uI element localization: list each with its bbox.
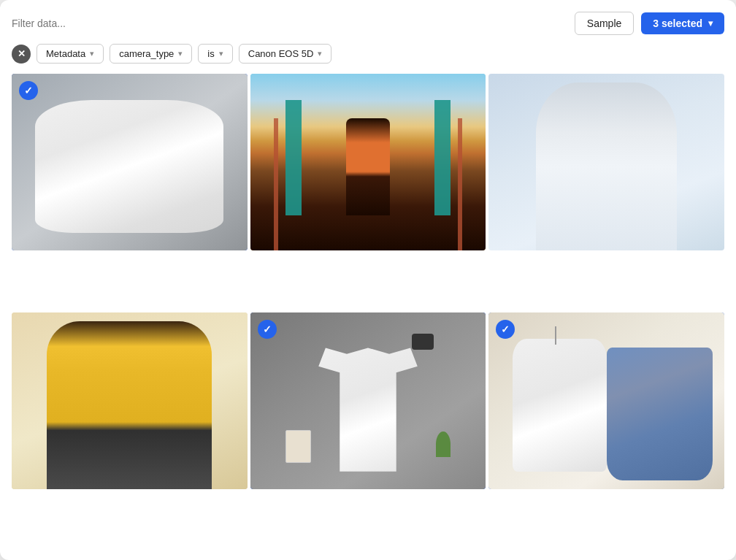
selection-check-1: ✓ [19,81,38,100]
chevron-down-icon: ▾ [219,49,223,58]
image-cell-6[interactable]: ✓ [488,312,724,489]
bridge-rail-left [274,118,278,250]
top-bar: Sample 3 selected ▾ [12,12,724,35]
image-cell-1[interactable]: ✓ [12,74,248,250]
chevron-down-icon: ▾ [708,18,713,28]
value-label: Canon EOS 5D [248,48,314,59]
camera-accessory [412,334,434,350]
selected-count-label: 3 selected [653,18,702,29]
image-cell-2[interactable] [250,74,486,250]
jeans-shape [607,348,713,480]
bridge-rail-right [458,118,462,250]
woman-yellow-figure [47,321,212,489]
filter-chip-camera-type[interactable]: camera_type ▾ [110,44,192,64]
filter-input[interactable] [12,18,158,29]
filter-chip-is[interactable]: is ▾ [198,44,232,64]
filter-chip-metadata[interactable]: Metadata ▾ [37,44,104,64]
bridge-column-left [285,100,302,215]
top-right-actions: Sample 3 selected ▾ [575,12,724,35]
sample-button[interactable]: Sample [575,12,634,35]
chevron-down-icon: ▾ [178,49,183,58]
plant-accessory [436,431,451,457]
selection-check-5: ✓ [258,320,277,339]
image-grid: ✓ [12,74,724,548]
is-label: is [207,48,214,59]
metadata-label: Metadata [46,48,85,59]
chevron-down-icon: ▾ [318,49,322,58]
filter-close-button[interactable]: ✕ [12,45,31,64]
check-icon: ✓ [501,323,510,335]
bridge-column-right [434,100,451,215]
image-garment-1 [35,100,223,233]
camera-type-label: camera_type [119,48,174,59]
app-container: Sample 3 selected ▾ ✕ Metadata ▾ camera_… [0,0,736,560]
filter-chip-value[interactable]: Canon EOS 5D ▾ [239,44,332,64]
magazine-accessory [285,430,311,463]
close-icon: ✕ [18,48,26,59]
chevron-down-icon: ▾ [90,49,94,58]
person-silhouette [346,118,390,215]
woman-white-figure [536,83,678,250]
hoodie-shape [513,339,607,472]
selected-button[interactable]: 3 selected ▾ [641,12,724,34]
check-icon: ✓ [24,85,33,96]
image-cell-3[interactable] [488,74,724,250]
filter-bar: ✕ Metadata ▾ camera_type ▾ is ▾ Canon EO… [12,44,724,64]
image-cell-5[interactable]: ✓ [250,312,486,489]
check-icon: ✓ [263,323,272,335]
hanger-post [555,326,556,344]
image-cell-4[interactable] [12,312,248,489]
